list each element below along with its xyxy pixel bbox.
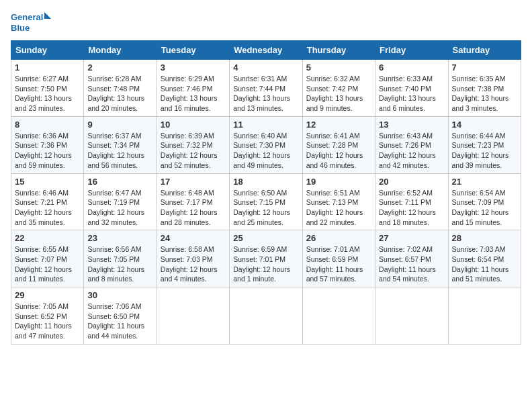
day-info: Sunrise: 6:27 AM Sunset: 7:50 PM Dayligh…: [15, 74, 80, 113]
calendar-cell: 29Sunrise: 7:05 AM Sunset: 6:52 PM Dayli…: [11, 287, 84, 345]
day-info: Sunrise: 6:40 AM Sunset: 7:30 PM Dayligh…: [233, 131, 298, 171]
calendar-cell: 25Sunrise: 6:59 AM Sunset: 7:01 PM Dayli…: [230, 230, 302, 287]
calendar-cell: 15Sunrise: 6:46 AM Sunset: 7:21 PM Dayli…: [11, 173, 84, 230]
calendar-cell: 6Sunrise: 6:33 AM Sunset: 7:40 PM Daylig…: [375, 60, 448, 117]
calendar-week-row: 22Sunrise: 6:55 AM Sunset: 7:07 PM Dayli…: [11, 230, 521, 287]
calendar-cell: 8Sunrise: 6:36 AM Sunset: 7:36 PM Daylig…: [11, 116, 84, 173]
calendar-cell: 14Sunrise: 6:44 AM Sunset: 7:23 PM Dayli…: [448, 116, 521, 173]
calendar-week-row: 1Sunrise: 6:27 AM Sunset: 7:50 PM Daylig…: [11, 60, 521, 117]
day-number: 11: [233, 120, 298, 130]
calendar-cell: 5Sunrise: 6:32 AM Sunset: 7:42 PM Daylig…: [302, 60, 375, 117]
calendar-cell: 12Sunrise: 6:41 AM Sunset: 7:28 PM Dayli…: [302, 116, 375, 173]
calendar-cell: 24Sunrise: 6:58 AM Sunset: 7:03 PM Dayli…: [157, 230, 229, 287]
day-info: Sunrise: 7:05 AM Sunset: 6:52 PM Dayligh…: [15, 302, 80, 341]
day-info: Sunrise: 6:51 AM Sunset: 7:13 PM Dayligh…: [306, 188, 371, 228]
day-info: Sunrise: 6:29 AM Sunset: 7:46 PM Dayligh…: [161, 74, 226, 113]
calendar-table: SundayMondayTuesdayWednesdayThursdayFrid…: [11, 40, 521, 345]
day-info: Sunrise: 6:50 AM Sunset: 7:15 PM Dayligh…: [233, 188, 298, 228]
column-header-wednesday: Wednesday: [230, 41, 302, 60]
day-number: 7: [452, 62, 517, 73]
day-number: 29: [15, 290, 80, 300]
day-number: 23: [87, 233, 152, 243]
day-number: 10: [161, 120, 226, 130]
day-number: 8: [15, 120, 80, 130]
day-number: 15: [15, 177, 80, 187]
day-info: Sunrise: 6:55 AM Sunset: 7:07 PM Dayligh…: [15, 244, 80, 284]
calendar-cell: 18Sunrise: 6:50 AM Sunset: 7:15 PM Dayli…: [230, 173, 302, 230]
calendar-cell: 3Sunrise: 6:29 AM Sunset: 7:46 PM Daylig…: [157, 60, 229, 117]
calendar-header-row: SundayMondayTuesdayWednesdayThursdayFrid…: [11, 41, 521, 60]
column-header-saturday: Saturday: [448, 41, 521, 60]
calendar-cell: 27Sunrise: 7:02 AM Sunset: 6:57 PM Dayli…: [375, 230, 448, 287]
day-number: 6: [379, 62, 444, 73]
day-info: Sunrise: 6:46 AM Sunset: 7:21 PM Dayligh…: [15, 188, 80, 228]
day-info: Sunrise: 7:01 AM Sunset: 6:59 PM Dayligh…: [306, 244, 371, 284]
calendar-cell: [448, 287, 521, 345]
calendar-cell: 4Sunrise: 6:31 AM Sunset: 7:44 PM Daylig…: [230, 60, 302, 117]
svg-text:Blue: Blue: [11, 23, 30, 33]
day-number: 1: [15, 62, 80, 73]
day-number: 27: [379, 233, 444, 243]
day-info: Sunrise: 6:48 AM Sunset: 7:17 PM Dayligh…: [161, 188, 226, 228]
day-info: Sunrise: 6:54 AM Sunset: 7:09 PM Dayligh…: [452, 188, 517, 228]
day-info: Sunrise: 6:31 AM Sunset: 7:44 PM Dayligh…: [233, 74, 298, 113]
column-header-monday: Monday: [84, 41, 157, 60]
day-info: Sunrise: 7:06 AM Sunset: 6:50 PM Dayligh…: [87, 302, 152, 341]
day-info: Sunrise: 6:52 AM Sunset: 7:11 PM Dayligh…: [379, 188, 444, 228]
day-number: 22: [15, 233, 80, 243]
day-number: 28: [452, 233, 517, 243]
calendar-cell: [157, 287, 229, 345]
day-number: 25: [233, 233, 298, 243]
calendar-cell: 20Sunrise: 6:52 AM Sunset: 7:11 PM Dayli…: [375, 173, 448, 230]
day-number: 9: [87, 120, 152, 130]
day-info: Sunrise: 6:37 AM Sunset: 7:34 PM Dayligh…: [87, 131, 152, 171]
calendar-cell: 21Sunrise: 6:54 AM Sunset: 7:09 PM Dayli…: [448, 173, 521, 230]
logo-svg: General Blue: [11, 11, 51, 35]
svg-marker-2: [44, 12, 51, 19]
calendar-week-row: 15Sunrise: 6:46 AM Sunset: 7:21 PM Dayli…: [11, 173, 521, 230]
calendar-cell: 7Sunrise: 6:35 AM Sunset: 7:38 PM Daylig…: [448, 60, 521, 117]
column-header-tuesday: Tuesday: [157, 41, 229, 60]
day-info: Sunrise: 6:47 AM Sunset: 7:19 PM Dayligh…: [87, 188, 152, 228]
calendar-week-row: 8Sunrise: 6:36 AM Sunset: 7:36 PM Daylig…: [11, 116, 521, 173]
day-info: Sunrise: 6:35 AM Sunset: 7:38 PM Dayligh…: [452, 74, 517, 113]
day-number: 3: [161, 62, 226, 73]
day-info: Sunrise: 6:58 AM Sunset: 7:03 PM Dayligh…: [161, 244, 226, 284]
day-info: Sunrise: 6:56 AM Sunset: 7:05 PM Dayligh…: [87, 244, 152, 284]
calendar-cell: 13Sunrise: 6:43 AM Sunset: 7:26 PM Dayli…: [375, 116, 448, 173]
calendar-cell: 11Sunrise: 6:40 AM Sunset: 7:30 PM Dayli…: [230, 116, 302, 173]
calendar-cell: 22Sunrise: 6:55 AM Sunset: 7:07 PM Dayli…: [11, 230, 84, 287]
day-info: Sunrise: 6:28 AM Sunset: 7:48 PM Dayligh…: [87, 74, 152, 113]
day-info: Sunrise: 6:59 AM Sunset: 7:01 PM Dayligh…: [233, 244, 298, 284]
day-number: 5: [306, 62, 371, 73]
day-info: Sunrise: 6:33 AM Sunset: 7:40 PM Dayligh…: [379, 74, 444, 113]
day-number: 2: [87, 62, 152, 73]
column-header-thursday: Thursday: [302, 41, 375, 60]
day-number: 24: [161, 233, 226, 243]
day-info: Sunrise: 7:02 AM Sunset: 6:57 PM Dayligh…: [379, 244, 444, 284]
day-number: 20: [379, 177, 444, 187]
day-info: Sunrise: 6:32 AM Sunset: 7:42 PM Dayligh…: [306, 74, 371, 113]
day-number: 26: [306, 233, 371, 243]
calendar-cell: [302, 287, 375, 345]
calendar-week-row: 29Sunrise: 7:05 AM Sunset: 6:52 PM Dayli…: [11, 287, 521, 345]
day-number: 14: [452, 120, 517, 130]
calendar-cell: 30Sunrise: 7:06 AM Sunset: 6:50 PM Dayli…: [84, 287, 157, 345]
day-info: Sunrise: 7:03 AM Sunset: 6:54 PM Dayligh…: [452, 244, 517, 284]
logo: General Blue: [11, 11, 51, 35]
day-info: Sunrise: 6:41 AM Sunset: 7:28 PM Dayligh…: [306, 131, 371, 171]
column-header-friday: Friday: [375, 41, 448, 60]
calendar-cell: 1Sunrise: 6:27 AM Sunset: 7:50 PM Daylig…: [11, 60, 84, 117]
day-number: 21: [452, 177, 517, 187]
calendar-cell: 26Sunrise: 7:01 AM Sunset: 6:59 PM Dayli…: [302, 230, 375, 287]
calendar-cell: 2Sunrise: 6:28 AM Sunset: 7:48 PM Daylig…: [84, 60, 157, 117]
calendar-cell: 28Sunrise: 7:03 AM Sunset: 6:54 PM Dayli…: [448, 230, 521, 287]
day-number: 17: [161, 177, 226, 187]
day-number: 19: [306, 177, 371, 187]
day-info: Sunrise: 6:39 AM Sunset: 7:32 PM Dayligh…: [161, 131, 226, 171]
page-header: General Blue: [11, 11, 521, 35]
svg-text:General: General: [11, 12, 43, 22]
calendar-cell: 16Sunrise: 6:47 AM Sunset: 7:19 PM Dayli…: [84, 173, 157, 230]
calendar-cell: 9Sunrise: 6:37 AM Sunset: 7:34 PM Daylig…: [84, 116, 157, 173]
calendar-cell: [230, 287, 302, 345]
